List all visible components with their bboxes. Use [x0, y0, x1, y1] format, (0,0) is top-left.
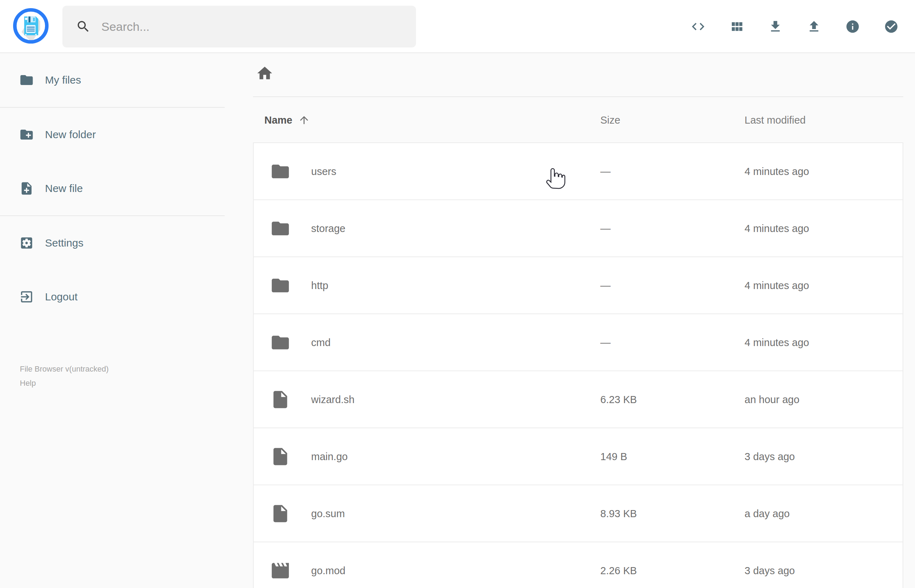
page-body: My files New folder New file Settings Lo…: [0, 53, 915, 588]
row-modified: 4 minutes ago: [745, 166, 809, 178]
sidebar-item-new-folder[interactable]: New folder: [0, 108, 225, 162]
column-header-name[interactable]: Name: [264, 114, 310, 126]
download-button[interactable]: [768, 19, 783, 34]
row-size: —: [600, 166, 611, 178]
help-link[interactable]: Help: [20, 376, 109, 390]
app-logo[interactable]: [11, 6, 50, 45]
folder-icon: [270, 161, 291, 182]
folder-icon: [19, 73, 34, 87]
row-size: —: [600, 223, 611, 234]
row-size: 2.26 KB: [600, 565, 637, 577]
file-icon: [270, 446, 291, 467]
table-row[interactable]: users — 4 minutes ago: [254, 143, 903, 200]
row-name: http: [311, 280, 328, 292]
row-size: 8.93 KB: [600, 508, 637, 520]
row-size: —: [600, 280, 611, 292]
search-icon: [76, 19, 91, 34]
row-modified: 4 minutes ago: [745, 280, 809, 292]
search-bar[interactable]: [62, 6, 416, 47]
column-header-modified[interactable]: Last modified: [745, 114, 806, 126]
breadcrumb-divider: [253, 96, 903, 97]
movie-icon: [270, 561, 291, 581]
floppy-disk-logo-icon: [11, 40, 50, 47]
row-modified: 4 minutes ago: [745, 223, 809, 234]
filebrowser-app: My files New folder New file Settings Lo…: [0, 0, 915, 588]
row-modified: a day ago: [745, 508, 790, 520]
table-row[interactable]: cmd — 4 minutes ago: [254, 314, 903, 371]
info-icon: [845, 19, 860, 34]
row-name: go.sum: [311, 508, 345, 520]
grid-view-button[interactable]: [729, 19, 744, 34]
row-size: —: [600, 337, 611, 349]
row-size: 6.23 KB: [600, 394, 637, 405]
column-header-name-label: Name: [264, 114, 293, 126]
download-icon: [768, 19, 783, 34]
select-multiple-button[interactable]: [884, 19, 899, 34]
logout-icon: [19, 289, 34, 304]
sidebar-item-label: New folder: [45, 129, 96, 141]
file-icon: [270, 389, 291, 410]
file-icon: [270, 503, 291, 524]
file-listing: users — 4 minutes ago storage — 4 minute…: [253, 142, 903, 588]
upload-button[interactable]: [807, 19, 821, 34]
sidebar-item-my-files[interactable]: My files: [0, 53, 225, 107]
new-folder-icon: [19, 127, 34, 142]
new-file-icon: [19, 181, 34, 196]
folder-icon: [270, 275, 291, 296]
grid-view-icon: [729, 19, 744, 34]
info-button[interactable]: [845, 19, 860, 34]
column-header-size[interactable]: Size: [600, 114, 620, 126]
row-modified: 3 days ago: [745, 451, 795, 463]
home-icon: [256, 65, 273, 82]
code-icon: [691, 19, 706, 34]
table-row[interactable]: http — 4 minutes ago: [254, 257, 903, 314]
row-modified: 4 minutes ago: [745, 337, 809, 349]
row-modified: 3 days ago: [745, 565, 795, 577]
row-size: 149 B: [600, 451, 627, 463]
row-name: storage: [311, 223, 346, 234]
folder-icon: [270, 332, 291, 353]
sidebar: My files New folder New file Settings Lo…: [0, 53, 225, 324]
table-row[interactable]: go.sum 8.93 KB a day ago: [254, 485, 903, 542]
folder-icon: [270, 218, 291, 239]
row-name: main.go: [311, 451, 348, 463]
app-version: File Browser v(untracked): [20, 362, 109, 376]
sidebar-item-label: My files: [45, 74, 81, 86]
sidebar-item-settings[interactable]: Settings: [0, 216, 225, 270]
settings-icon: [19, 236, 34, 250]
table-row[interactable]: main.go 149 B 3 days ago: [254, 428, 903, 485]
sidebar-item-label: Settings: [45, 237, 83, 249]
row-modified: an hour ago: [745, 394, 799, 405]
row-name: users: [311, 166, 336, 178]
header-actions: [691, 0, 899, 53]
sidebar-item-label: Logout: [45, 291, 78, 303]
top-bar: [0, 0, 915, 53]
breadcrumb-home-button[interactable]: [256, 65, 273, 82]
row-name: cmd: [311, 337, 331, 349]
table-row[interactable]: go.mod 2.26 KB 3 days ago: [254, 542, 903, 588]
row-name: wizard.sh: [311, 394, 355, 405]
sidebar-item-label: New file: [45, 183, 83, 194]
sidebar-credits: File Browser v(untracked) Help: [20, 362, 109, 390]
check-circle-icon: [884, 19, 899, 34]
table-row[interactable]: storage — 4 minutes ago: [254, 200, 903, 257]
sidebar-item-new-file[interactable]: New file: [0, 162, 225, 215]
row-name: go.mod: [311, 565, 346, 577]
raw-view-button[interactable]: [691, 19, 706, 34]
table-row[interactable]: wizard.sh 6.23 KB an hour ago: [254, 371, 903, 428]
sidebar-item-logout[interactable]: Logout: [0, 270, 225, 324]
search-input[interactable]: [101, 20, 406, 34]
upload-icon: [807, 19, 821, 34]
arrow-up-icon: [298, 114, 310, 126]
